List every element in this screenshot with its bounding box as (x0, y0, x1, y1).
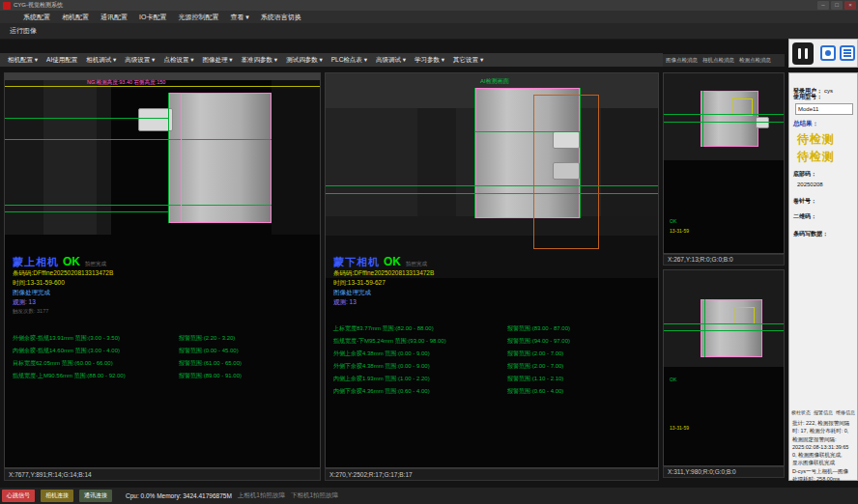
right-camera-view[interactable]: AI检测画面 蒙下相机OK拍照完成 条码码:DFffine20250208133… (325, 72, 659, 468)
tool-advanced-settings[interactable]: 高级设置 ▾ (125, 56, 155, 65)
measure-line (5, 139, 272, 140)
tool-advanced-debug[interactable]: 高级调试 ▾ (376, 56, 406, 65)
maximize-button[interactable]: □ (831, 1, 843, 10)
tab-detect-messages[interactable]: 检测点检消息 (739, 57, 771, 64)
tab-run-image[interactable]: 运行图像 (10, 26, 37, 36)
camera-label: 蒙上相机 (13, 256, 59, 267)
bottom-code-label: 底部码： (793, 170, 816, 179)
measure-line (664, 114, 785, 115)
left-camera-view[interactable]: NG:检测高度:93.40 右侧高度:150 蒙上相机OK拍照完成 条码码:DF… (4, 72, 321, 468)
tool-camera-config[interactable]: 相机配置 ▾ (8, 56, 38, 65)
tool-baseline-params[interactable]: 基准四参数 ▾ (242, 56, 278, 65)
menu-item-light-config[interactable]: 光源控制配置 (178, 13, 218, 22)
qr-label: 二维码： (793, 212, 816, 221)
result-status: OK (63, 255, 80, 268)
measurement-row: 上标宽度83.77mm 范围:(82.00 - 88.00)报警范围:(83.0… (333, 322, 570, 335)
measurement-row: 内侧余胶-指规14.60mm 范围:(3.00 - 4.00)报警范围:(0.0… (13, 345, 242, 357)
tool-image-processing[interactable]: 图像处理 ▾ (202, 56, 232, 65)
tool-camera-debug[interactable]: 相机调试 ▾ (86, 56, 116, 65)
trigger-count: 触发次数: 3177 (13, 308, 48, 315)
process-status: 图像处理完成 (333, 289, 371, 297)
menu-item-view[interactable]: 查看 ▾ (230, 13, 248, 22)
camera-icon-button[interactable] (820, 45, 836, 61)
measure-line (5, 205, 272, 206)
highlight-feature (756, 117, 769, 128)
tool-spotcheck-settings[interactable]: 点检设置 ▾ (163, 56, 193, 65)
window-title: CYG-视觉检测系统 (14, 0, 63, 11)
tab-camera-messages[interactable]: 相机点检消息 (702, 57, 734, 64)
user-value: cys (824, 88, 833, 94)
menu-item-comm-config[interactable]: 通讯配置 (100, 13, 128, 22)
measure-line (5, 211, 169, 212)
cpu-memory-status: Cpu: 0.0% Memory: 3424.41796875M (126, 492, 232, 499)
measure-line (664, 323, 785, 324)
minimize-button[interactable]: – (817, 1, 829, 10)
overlay-annotation: NG:检测高度:93.40 右侧高度:150 (87, 79, 165, 86)
measure-line (168, 93, 169, 223)
comm-connection-indicator: 通讯连接 (79, 490, 112, 502)
measurement-row: 内侧下余胶4.36mm 范围:(0.60 - 4.00)报警范围:(0.60 -… (333, 385, 570, 398)
barcode-line: 条码码:DFffine2025020813313472B (13, 269, 113, 278)
log-text: 批计: 222, 检测报警间隔 时: 17, 检测分布耗时: 0, 检测固定报警… (792, 419, 856, 483)
measure-line (580, 88, 581, 218)
tool-other-settings[interactable]: 其它设置 ▾ (453, 56, 483, 65)
tool-plc-points[interactable]: PLC检点表 ▾ (331, 56, 367, 65)
pause-bar-icon (798, 48, 801, 59)
small-view-status: OK (670, 218, 676, 224)
title-bar: CYG-视觉检测系统 – □ × (0, 0, 858, 11)
measure-line (5, 118, 169, 119)
tab-alarm-info[interactable]: 报警信息 (814, 409, 833, 415)
small-camera-view-2[interactable]: OK 13-31-59 (663, 269, 785, 466)
measure-line (326, 185, 659, 186)
measure-line (664, 122, 785, 123)
control-button-group (788, 39, 858, 68)
measure-line (704, 299, 705, 357)
small-camera-view-1[interactable]: OK 13-31-59 (663, 72, 785, 254)
tool-test-params[interactable]: 测试四参数 ▾ (286, 56, 323, 65)
tab-image-messages[interactable]: 图像点检消息 (666, 57, 698, 64)
time-line: 时间:13-31-59-627 (333, 279, 386, 288)
measurement-list: 上标宽度83.77mm 范围:(82.00 - 88.00)报警范围:(83.0… (333, 322, 570, 398)
result-line: 待检测 (797, 149, 835, 165)
total-result-label: 总结果： (793, 120, 818, 128)
alert-lower-camera: 下相机1拍照故障 (291, 491, 338, 500)
close-button[interactable]: × (844, 1, 856, 10)
menu-item-camera-config[interactable]: 相机配置 (62, 13, 89, 22)
ai-overlay-label: AI检测画面 (480, 77, 509, 86)
heartbeat-indicator: 心跳信号 (2, 490, 35, 502)
view-tab-row (0, 23, 858, 40)
barcode-write-label: 条码写数据： (793, 230, 828, 238)
menu-item-io-config[interactable]: IO卡配置 (139, 13, 166, 22)
scene-decoration (326, 216, 659, 236)
small-view-time: 13-31-59 (670, 425, 689, 431)
scene-decoration (601, 108, 659, 216)
measure-line (664, 330, 785, 331)
result-title: 蒙下相机OK拍照完成 (333, 252, 427, 269)
measurement-list: 外侧余胶-指规13.91mm 范围:(3.00 - 3.50)报警范围:(2.2… (13, 332, 242, 382)
result-status: OK (384, 255, 401, 268)
observe-count: 观测: 13 (333, 298, 357, 307)
model-value: Mode11 (795, 103, 853, 115)
time-line: 时间:13-31-59-600 (13, 279, 65, 288)
app-icon (3, 2, 11, 10)
menu-item-system-config[interactable]: 系统配置 (23, 13, 50, 22)
tab-maintenance-info[interactable]: 维修信息 (836, 409, 855, 415)
measurement-row: 外侧余胶-指规13.91mm 范围:(3.00 - 3.50)报警范围:(2.2… (13, 332, 242, 345)
app-window: CYG-视觉检测系统 – □ × 系统配置 相机配置 通讯配置 IO卡配置 光源… (0, 0, 858, 504)
calibration-line (5, 86, 321, 87)
tab-pole-status[interactable]: 极柱状态 (791, 409, 811, 415)
scene-decoration (417, 108, 456, 216)
bottom-code-value: 20250208 (797, 182, 823, 187)
settings-icon-button[interactable] (840, 45, 855, 61)
side-panel: 登录用户：cys 使用型号： Mode11 总结果： 待检测 待检测 底部码： … (788, 72, 858, 481)
measurement-row: 目标宽度62.05mm 范围:(60.00 - 66.00)报警范围:(61.0… (13, 357, 242, 370)
tool-ai-config[interactable]: AI使用配置 (46, 56, 77, 65)
pause-button[interactable] (792, 42, 814, 65)
small-view-2-coordinates: X:311,Y:980;R:0;G:0;B:0 (663, 466, 785, 478)
alert-upper-camera: 上相机1拍照故障 (238, 491, 285, 500)
tool-learn-params[interactable]: 学习参数 ▾ (415, 56, 444, 65)
menu-item-language[interactable]: 系统语言切换 (261, 13, 301, 22)
result-subnote: 拍照完成 (406, 261, 427, 266)
result-subnote: 拍照完成 (85, 261, 106, 266)
tool-bar: 相机配置 ▾ AI使用配置 相机调试 ▾ 高级设置 ▾ 点检设置 ▾ 图像处理 … (0, 53, 663, 67)
